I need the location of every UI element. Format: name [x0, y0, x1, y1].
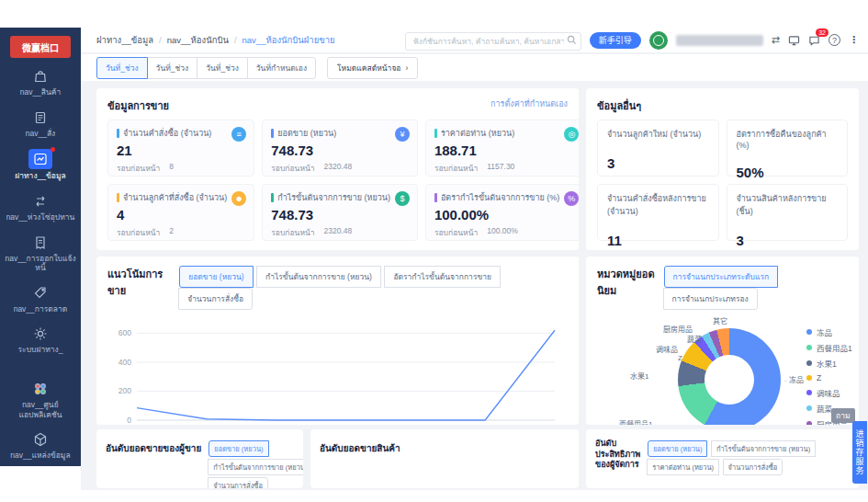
manager-tab-profit[interactable]: กำไรขั้นต้นจากการขาย (หยวน) [711, 440, 816, 457]
screen-cast-button[interactable]: โหมดแคสต์หน้าจอ › [327, 57, 418, 79]
stat-value: 3 [737, 233, 839, 248]
svg-text:400: 400 [118, 358, 131, 367]
prev-value: 2320.48 [324, 226, 353, 239]
seller-tab-orders[interactable]: จำนวนการสั่งซื้อ [208, 477, 268, 488]
prev-value: 2320.48 [324, 162, 353, 175]
search-input[interactable] [405, 32, 581, 51]
sidebar-item-marketing[interactable]: nav__การตลาด [2, 284, 79, 314]
tab-date-range-3[interactable]: วันที่_ช่วง [197, 57, 248, 79]
sidebar-item-label: nav__แหล่งข้อมูล [10, 451, 70, 461]
donut-label: 冻品 [784, 374, 804, 384]
stat-card-price-per-person: ราคาต่อท่าน (หยวน) ◎ 188.71 รอบก่อนหน้า1… [425, 120, 579, 177]
legend-item: 冻品 [806, 326, 852, 337]
stat-card-order-count: จำนวนคำสั่งซื้อ (จำนวน) ≡ 21 รอบก่อนหน้า… [107, 120, 254, 177]
prev-value: 8 [169, 162, 174, 175]
legend-item: 水果1 [806, 358, 852, 369]
apps-grid-icon [29, 380, 51, 398]
accent-bar [271, 129, 274, 138]
invoice-icon [29, 234, 51, 252]
toggle-primary-category[interactable]: การจำแนกประเภทระดับแรก [664, 266, 779, 288]
stat-card-gross-profit: กำไรขั้นต้นจากการขาย (หยวน) $ 748.73 รอบ… [262, 184, 418, 241]
trend-tab-sales[interactable]: ยอดขาย (หยวน) [179, 266, 253, 288]
custom-settings-link[interactable]: การตั้งค่าที่กำหนดเอง [490, 97, 568, 110]
seller-tab-profit[interactable]: กำไรขั้นต้นจากการขาย (หยวน) [208, 459, 303, 475]
donut-label: 水果1 [630, 371, 648, 381]
prev-value: 100.00% [487, 226, 518, 239]
bottom-blue-bar [96, 493, 868, 501]
tag-icon [29, 284, 51, 302]
accent-bar [117, 193, 119, 202]
stat-value: 748.73 [271, 207, 409, 222]
prev-value: 2 [169, 226, 174, 239]
sidebar: 微赢档口 nav__สินค้า nav__สั่ง ฝาทาง__ข้อมูล… [0, 28, 81, 466]
sidebar-item-system[interactable]: ระบบฝาทาง_ [2, 325, 79, 355]
other-panel-title: ข้อมูลอื่นๆ [597, 97, 641, 114]
avatar[interactable] [649, 31, 668, 50]
trend-tab-margin[interactable]: อัตรากำไรขั้นต้นจากการขาย [384, 266, 501, 288]
chevron-right-icon: › [405, 63, 408, 73]
header-actions: 新手引导 ⇄ 32 ? ⋮ [405, 31, 859, 50]
stat-card-gross-margin: อัตรากำไรขั้นต้นจากการขาย (%) % 100.00% … [425, 184, 579, 241]
toggle-secondary-category[interactable]: การจำแนกประเภทรอง [663, 288, 758, 310]
legend-item: Z [806, 373, 852, 382]
manager-tab-orders[interactable]: จำนวนการสั่งซื้อ [723, 459, 783, 475]
stat-card-sales-amount: ยอดขาย (หยวน) ¥ 748.73 รอบก่อนหน้า2320.4… [262, 120, 418, 177]
tab-date-custom[interactable]: วันที่กำหนดเอง [247, 57, 316, 79]
svg-text:200: 200 [118, 386, 131, 395]
help-icon[interactable]: ? [829, 34, 840, 46]
sales-cards-grid: จำนวนคำสั่งซื้อ (จำนวน) ≡ 21 รอบก่อนหน้า… [107, 120, 568, 241]
sidebar-item-invoicing[interactable]: nav__การออกใบแจ้งหนี้ [2, 234, 79, 273]
trend-tab-orders[interactable]: จำนวนการสั่งซื้อ [178, 288, 253, 310]
manager-tab-sales[interactable]: ยอดขาย (หยวน) [648, 440, 707, 457]
breadcrumb: ฝาทาง__ข้อมูล / nav__ห้องนักบิน / nav__ห… [96, 33, 335, 47]
accent-bar [434, 129, 437, 138]
donut-label: Z [678, 354, 682, 362]
breadcrumb-item[interactable]: nav__ห้องนักบิน [167, 33, 229, 47]
stat-card-repurchase-rate: อัตราการซื้อคืนของลูกค้า (%) 50% [727, 120, 849, 177]
gear-icon [29, 325, 51, 343]
manager-tab-price[interactable]: ราคาต่อท่าน (หยวน) [647, 459, 719, 475]
device-monitor-icon[interactable] [788, 35, 800, 46]
stat-value: 100.00% [434, 207, 578, 222]
tab-date-range-1[interactable]: วันที่_ช่วง [96, 57, 148, 79]
breadcrumb-item[interactable]: ฝาทาง__ข้อมูล [96, 33, 153, 47]
breadcrumb-separator: / [234, 35, 237, 45]
trend-panel-title: แนวโน้มการขาย [107, 266, 179, 299]
sidebar-item-data-portal[interactable]: ฝาทาง__ข้อมูล [2, 149, 79, 181]
more-menu-icon[interactable]: ⋮ [849, 34, 859, 46]
sidebar-item-products[interactable]: nav__สินค้า [2, 67, 79, 97]
accent-bar [434, 193, 437, 202]
sidebar-item-label: ฝาทาง__ข้อมูล [15, 171, 65, 181]
stat-card-aftersale-items: จำนวนสินค้าหลังการขาย (ชิ้น) 3 [727, 184, 849, 241]
seller-tab-sales[interactable]: ยอดขาย (หยวน) [209, 440, 268, 457]
trend-tab-profit[interactable]: กำไรขั้นต้นจากการขาย (หยวน) [256, 266, 381, 288]
sidebar-item-label: nav__การออกใบแจ้งหนี้ [2, 254, 79, 273]
messages-icon[interactable]: 32 [808, 35, 820, 46]
legend-item: 西餐用品1 [806, 342, 852, 353]
donut-label: 厨房用品 [663, 324, 693, 334]
categories-panel-title: หมวดหมู่ยอดนิยม [597, 266, 664, 299]
prev-value: 1157.30 [487, 162, 514, 175]
donut-label: 西餐用品1 [619, 418, 652, 425]
manager-ranking-title: อันดับประสิทธิภาพของผู้จัดการ [595, 439, 640, 471]
sidebar-item-orders[interactable]: nav__สั่ง [2, 108, 79, 139]
manager-ranking-tabs: ยอดขาย (หยวน) กำไรขั้นต้นจากการขาย (หยวน… [648, 439, 850, 475]
sidebar-item-app-center[interactable]: nav__ศูนย์แอปพลิเคชัน [2, 380, 79, 419]
switch-account-icon[interactable]: ⇄ [772, 34, 780, 46]
stat-value: 188.71 [434, 143, 578, 158]
sales-trend-panel: แนวโน้มการขาย ยอดขาย (หยวน) กำไรขั้นต้นจ… [96, 257, 579, 425]
svg-text:600: 600 [118, 328, 131, 337]
breadcrumb-item-current: nav__ห้องนักบินฝ่ายขาย [242, 33, 335, 47]
service-widget[interactable]: 进销存服务 [852, 421, 867, 484]
donut-chart-area: 冻品 西餐用品1 水果1 Z 调味品 蔬菜 厨房用品 其它 冻品西餐用品1水果1… [586, 315, 859, 425]
document-icon [29, 108, 51, 127]
search-icon [567, 35, 577, 45]
sidebar-item-label: nav__สั่ง [26, 129, 56, 139]
popular-categories-panel: หมวดหมู่ยอดนิยม การจำแนกประเภทระดับแรก ก… [586, 257, 859, 425]
sidebar-item-data-source[interactable]: nav__แหล่งข้อมูล [2, 430, 79, 461]
sidebar-item-supply-chain[interactable]: nav__ห่วงโซ่อุปทาน [2, 192, 79, 222]
cube-icon [29, 430, 51, 449]
tab-date-range-2[interactable]: วันที่_ช่วง [147, 57, 198, 79]
product-ranking-title: อันดับยอดขายสินค้า [320, 439, 400, 455]
guide-button[interactable]: 新手引导 [590, 32, 641, 49]
